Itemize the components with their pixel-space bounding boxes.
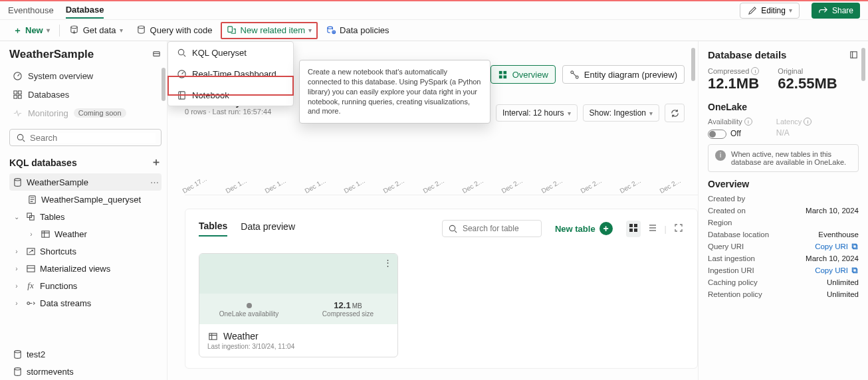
tab-database[interactable]: Database bbox=[66, 2, 104, 19]
last-ingestion-key: Last ingestion bbox=[708, 254, 755, 262]
tree-weather[interactable]: › Weather bbox=[9, 225, 162, 242]
query-with-code-button[interactable]: Query with code bbox=[131, 23, 218, 39]
dd-realtime-dashboard[interactable]: Real-Time Dashboard bbox=[168, 63, 293, 84]
card-onelake-stat: OneLake availability bbox=[199, 294, 298, 324]
view-icon bbox=[25, 263, 36, 274]
db-location-val: Eventhouse bbox=[818, 231, 859, 238]
show-select[interactable]: Show: Ingestion▾ bbox=[583, 104, 659, 122]
top-tabs-bar: Eventhouse Database Editing ▾ Share bbox=[0, 0, 868, 20]
search-tables[interactable] bbox=[442, 220, 542, 237]
created-on-key: Created on bbox=[708, 207, 746, 215]
overview-tab-button[interactable]: Overview bbox=[490, 65, 556, 84]
card-table-name: Weather bbox=[223, 331, 259, 341]
tables-panel: Tables Data preview New table + | bbox=[185, 209, 698, 369]
chevron-down-icon: ▾ bbox=[120, 27, 123, 34]
entity-diagram-button[interactable]: Entity diagram (preview) bbox=[562, 65, 685, 84]
get-data-button[interactable]: Get data ▾ bbox=[64, 23, 128, 39]
editing-button[interactable]: Editing ▾ bbox=[740, 3, 800, 19]
dashboard-icon bbox=[176, 68, 187, 79]
query-uri-copy[interactable]: Copy URI bbox=[815, 242, 859, 250]
sidebar-search-input[interactable] bbox=[30, 133, 156, 143]
chevron-down-icon[interactable]: ⌄ bbox=[12, 213, 21, 221]
sidebar-db-name: WeatherSample bbox=[9, 48, 94, 61]
tab-tables[interactable]: Tables bbox=[199, 221, 227, 237]
sidebar-item-monitoring: Monitoring Coming soon bbox=[9, 104, 162, 122]
svg-point-1 bbox=[138, 26, 144, 29]
search-icon bbox=[448, 223, 459, 234]
sidebar-item-databases[interactable]: Databases bbox=[9, 85, 162, 104]
svg-point-19 bbox=[27, 302, 29, 304]
new-table-button[interactable]: New table + bbox=[555, 222, 613, 235]
view-list-button[interactable] bbox=[647, 223, 658, 235]
info-icon[interactable]: i bbox=[804, 118, 812, 126]
tree-tables[interactable]: ⌄ Tables bbox=[9, 208, 162, 225]
view-grid-button[interactable] bbox=[626, 221, 641, 237]
new-related-item-button[interactable]: New related item ▾ bbox=[221, 22, 318, 39]
tree-data-streams[interactable]: › Data streams bbox=[9, 294, 162, 312]
tree-db-test2[interactable]: test2 bbox=[9, 345, 162, 363]
chevron-right-icon[interactable]: › bbox=[12, 300, 21, 307]
chevron-right-icon[interactable]: › bbox=[12, 282, 21, 290]
tree-queryset[interactable]: WeatherSample_queryset bbox=[9, 191, 162, 208]
expand-icon[interactable] bbox=[848, 50, 859, 60]
new-button[interactable]: ＋ New ▾ bbox=[8, 22, 55, 39]
coming-soon-badge: Coming soon bbox=[74, 108, 126, 118]
svg-rect-40 bbox=[853, 268, 857, 272]
chevron-right-icon[interactable]: › bbox=[12, 248, 21, 255]
data-policies-label: Data policies bbox=[340, 25, 389, 35]
interval-select[interactable]: Interval: 12 hours▾ bbox=[496, 104, 578, 122]
query-with-code-label: Query with code bbox=[150, 25, 213, 35]
scrollbar[interactable] bbox=[861, 48, 865, 81]
retention-policy-val: Unlimited bbox=[827, 290, 859, 298]
availability-value: Off bbox=[730, 129, 741, 138]
search-tables-input[interactable] bbox=[463, 224, 536, 233]
ingestion-uri-copy[interactable]: Copy URI bbox=[815, 266, 859, 274]
related-item-icon bbox=[227, 25, 237, 36]
tree-shortcuts[interactable]: › Shortcuts bbox=[9, 242, 162, 260]
dd-kql-queryset[interactable]: KQL Queryset bbox=[168, 42, 293, 63]
more-icon[interactable]: ⋯ bbox=[150, 177, 159, 187]
share-button[interactable]: Share bbox=[812, 3, 860, 19]
info-icon[interactable]: i bbox=[744, 118, 752, 126]
chevron-down-icon: ▾ bbox=[649, 110, 653, 117]
svg-rect-16 bbox=[41, 231, 49, 237]
sidebar-item-system-overview[interactable]: System overview bbox=[9, 66, 162, 85]
x-label: Dec 2... bbox=[382, 177, 405, 195]
tree-functions[interactable]: › fx Functions bbox=[9, 277, 162, 294]
tree-db-weathersample[interactable]: WeatherSample ⋯ bbox=[9, 173, 162, 191]
svg-rect-10 bbox=[18, 95, 21, 98]
new-label: New bbox=[25, 25, 43, 35]
plus-icon: ＋ bbox=[13, 25, 22, 37]
latency-value: N/A bbox=[776, 128, 812, 138]
query-uri-key: Query URI bbox=[708, 242, 744, 250]
tree-matviews-label: Materialized views bbox=[40, 264, 110, 274]
gauge-icon bbox=[12, 70, 23, 81]
data-policies-button[interactable]: Data policies bbox=[320, 23, 394, 39]
card-more-icon[interactable]: ⋮ bbox=[383, 258, 392, 268]
refresh-icon bbox=[669, 108, 680, 118]
scrollbar[interactable] bbox=[162, 68, 165, 101]
center-content: KQL Queryset Real-Time Dashboard Noteboo… bbox=[167, 41, 698, 380]
tab-eventhouse[interactable]: Eventhouse bbox=[8, 3, 54, 18]
refresh-button[interactable] bbox=[665, 104, 685, 122]
fullscreen-button[interactable] bbox=[673, 223, 684, 235]
availability-toggle[interactable] bbox=[708, 130, 726, 139]
chevron-down-icon: ▾ bbox=[568, 110, 571, 117]
info-icon[interactable]: i bbox=[751, 67, 759, 75]
onelake-section-title: OneLake bbox=[708, 102, 859, 112]
pin-icon[interactable] bbox=[151, 49, 162, 60]
tree-materialized-views[interactable]: › Materialized views bbox=[9, 260, 162, 277]
tree-functions-label: Functions bbox=[40, 281, 77, 291]
tree-db-stormevents[interactable]: stormevents bbox=[9, 363, 162, 380]
x-label: Dec 2... bbox=[579, 177, 602, 195]
sidebar-search[interactable] bbox=[9, 129, 162, 146]
table-card-weather[interactable]: ⋮ OneLake availability 12.1MB Compressed… bbox=[199, 253, 398, 357]
card-onelake-label: OneLake availability bbox=[199, 310, 298, 318]
svg-rect-38 bbox=[853, 244, 857, 248]
chevron-right-icon[interactable]: › bbox=[12, 265, 21, 272]
chevron-right-icon[interactable]: › bbox=[27, 231, 36, 238]
tab-data-preview[interactable]: Data preview bbox=[241, 221, 295, 236]
dd-notebook[interactable]: Notebook bbox=[168, 84, 293, 106]
add-database-button[interactable]: ＋ bbox=[151, 155, 162, 169]
x-label: Dec 2... bbox=[619, 177, 642, 195]
